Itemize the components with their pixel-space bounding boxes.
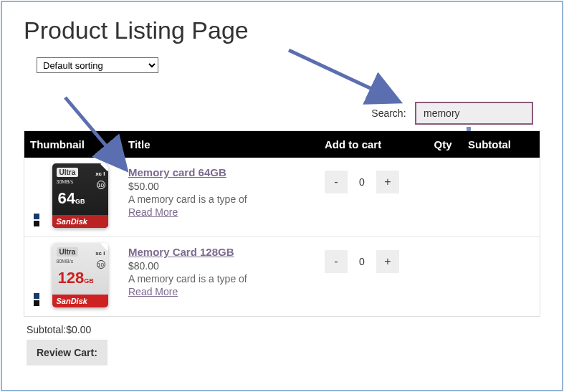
table-row: Ultra 80MB/s xc I 10 128GB SanDisk Memor… — [24, 237, 540, 316]
product-title-link[interactable]: Memory card 64GB — [128, 166, 226, 178]
review-cart-button[interactable]: Review Cart: — [27, 340, 107, 365]
qty-decrease-button[interactable]: - — [325, 250, 348, 273]
qty-input[interactable] — [348, 250, 376, 273]
svg-line-0 — [289, 50, 396, 100]
th-qty: Qty — [418, 138, 468, 150]
th-add-to-cart: Add to cart — [325, 138, 418, 150]
qty-increase-button[interactable]: + — [376, 171, 399, 193]
th-title: Title — [128, 138, 325, 150]
page-title: Product Listing Page — [24, 16, 540, 44]
table-row: Ultra 30MB/s xc I 10 64GB SanDisk Memory… — [24, 158, 540, 237]
product-description: A memory card is a type of — [128, 193, 325, 205]
product-thumbnail: Ultra 80MB/s xc I 10 128GB SanDisk — [24, 243, 128, 309]
product-description: A memory card is a type of — [128, 273, 325, 285]
read-more-link[interactable]: Read More — [128, 206, 178, 218]
search-label: Search: — [371, 107, 406, 119]
th-thumbnail: Thumbnail — [24, 138, 128, 150]
read-more-link[interactable]: Read More — [128, 286, 178, 297]
qty-decrease-button[interactable]: - — [325, 171, 348, 193]
subtotal-text: Subtotal:$0.00 — [27, 324, 540, 335]
cursor-handle-icon — [467, 127, 471, 131]
sd-card-icon: Ultra 80MB/s xc I 10 128GB SanDisk — [52, 243, 108, 307]
product-price: $80.00 — [128, 260, 325, 272]
search-input[interactable] — [415, 102, 533, 125]
qty-increase-button[interactable]: + — [376, 250, 399, 273]
product-thumbnail: Ultra 30MB/s xc I 10 64GB SanDisk — [24, 163, 128, 229]
product-title-link[interactable]: Memory Card 128GB — [128, 246, 234, 258]
product-price: $50.00 — [128, 181, 325, 192]
product-table: Thumbnail Title Add to cart Qty Subtotal… — [24, 130, 540, 317]
table-header: Thumbnail Title Add to cart Qty Subtotal — [24, 131, 540, 158]
sd-card-icon: Ultra 30MB/s xc I 10 64GB SanDisk — [52, 163, 108, 228]
th-subtotal: Subtotal — [468, 138, 540, 150]
sort-select[interactable]: Default sorting — [37, 57, 158, 73]
qty-input[interactable] — [348, 171, 376, 193]
